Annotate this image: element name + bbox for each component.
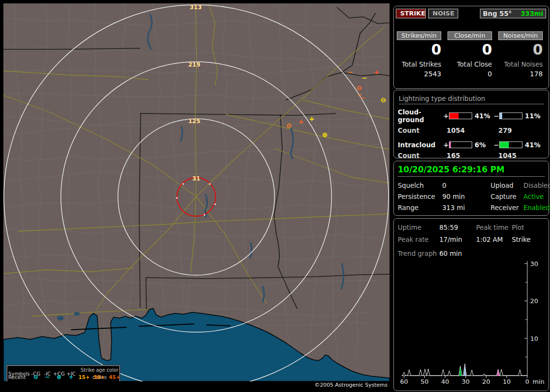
strike-trend-chart: 1020306050403020100min [394, 257, 549, 389]
bearing-display: Bng 55° 333mi [480, 9, 546, 18]
svg-text:31: 31 [192, 175, 201, 182]
cg-count-label: Count [398, 126, 447, 134]
svg-text:⊕: ⊕ [322, 131, 328, 139]
trend-graph-label: Trend graph [398, 250, 439, 257]
noise-mode-button[interactable]: NOISE [428, 9, 458, 18]
svg-text:−: − [347, 68, 353, 76]
lightning-map[interactable]: 31321912531 −+−⊖−−⊖++⊖⊕ Symbols -CG -IC … [3, 3, 390, 381]
svg-text:219: 219 [188, 61, 200, 68]
peak-time-value: 1:02 AM [476, 236, 512, 243]
uptime-value: 85:59 [439, 224, 476, 231]
legend-recent-label: Recent [8, 374, 29, 381]
total-noises-value: 178 [498, 70, 543, 78]
minus-sign: − [493, 141, 499, 149]
svg-text:min: min [533, 378, 545, 385]
total-noises-label: Total Noises [498, 60, 543, 68]
svg-text:+: + [298, 118, 304, 126]
svg-text:60: 60 [400, 378, 408, 385]
plus-sign: + [443, 112, 449, 120]
range-label: Range [398, 204, 442, 211]
total-close-label: Total Close [448, 60, 492, 68]
svg-text:0: 0 [525, 378, 529, 385]
upload-status: Disabled [523, 182, 550, 189]
map-canvas[interactable]: 31321912531 −+−⊖−−⊖++⊖⊕ [3, 3, 390, 381]
svg-text:+: + [309, 115, 315, 123]
peak-rate-value: 17/min [439, 236, 476, 243]
svg-text:10: 10 [530, 335, 538, 342]
age-45: 45+ [107, 374, 122, 381]
svg-text:40: 40 [441, 378, 449, 385]
ic-pos-count: 165 [447, 152, 498, 159]
svg-text:313: 313 [189, 4, 202, 11]
distribution-title: Lightning type distribution [399, 95, 544, 104]
range-value: 313 mi [442, 204, 491, 211]
recent-cg-pos-icon: ⊕ [53, 374, 65, 381]
svg-text:−: − [362, 74, 367, 82]
distance-value: 333mi [521, 10, 543, 17]
peak-rate-label: Peak rate [398, 236, 439, 243]
svg-text:30: 30 [530, 260, 538, 267]
svg-text:30: 30 [462, 378, 470, 385]
plot-value: Strike [512, 236, 549, 243]
cg-neg-bar [499, 112, 522, 119]
squelch-value: 0 [442, 182, 491, 189]
uptime-label: Uptime [398, 224, 439, 231]
cg-neg-count: 279 [498, 126, 549, 134]
close-per-min-button[interactable]: Close/min [448, 31, 492, 40]
svg-text:10: 10 [503, 378, 511, 385]
svg-text:50: 50 [420, 378, 429, 385]
trend-panel: Uptime 85:59 Peak time Plot Peak rate 17… [393, 218, 549, 391]
ic-pos-bar [449, 141, 472, 148]
svg-text:20: 20 [482, 378, 491, 385]
total-strikes-value: 2543 [397, 70, 441, 78]
upload-label: Upload [491, 182, 523, 189]
recent-ic-pos-icon: + [65, 374, 77, 381]
noises-per-min-button[interactable]: Noises/min [498, 31, 543, 40]
counter-panel: STRIKE NOISE Bng 55° 333mi Strikes/min 0… [393, 6, 549, 89]
squelch-label: Squelch [398, 182, 442, 189]
trend-graph-value: 60 min [439, 250, 476, 257]
intracloud-label: Intracloud [398, 141, 443, 149]
total-close-value: 0 [448, 70, 492, 78]
minus-sign: − [493, 112, 499, 120]
noises-per-min-value: 0 [498, 41, 543, 59]
peak-time-label: Peak time [476, 224, 512, 231]
ic-neg-bar [499, 141, 522, 148]
ic-count-label: Count [398, 152, 447, 159]
strike-mode-button[interactable]: STRIKE [396, 9, 426, 18]
stormvue-window: { "window": { "copyright": "©2005 Astrog… [0, 0, 550, 392]
age-30: 30+ [91, 374, 107, 381]
total-strikes-label: Total Strikes [397, 60, 441, 68]
svg-text:⊖: ⊖ [286, 122, 292, 129]
recent-cg-neg-icon: ⊖ [29, 374, 42, 381]
cg-neg-percent: 11% [522, 112, 544, 120]
ic-pos-percent: 6% [472, 141, 493, 149]
lightning-distribution-panel: Lightning type distribution Cloud-ground… [393, 90, 549, 158]
plot-label: Plot [512, 224, 549, 231]
cg-pos-count: 1054 [447, 126, 498, 134]
ic-neg-percent: 41% [522, 141, 544, 149]
svg-text:+: + [374, 68, 379, 76]
capture-status: Active [523, 193, 550, 200]
age-15: 15+ [77, 374, 91, 381]
strikes-per-min-button[interactable]: Strikes/min [397, 31, 441, 40]
svg-text:−: − [360, 94, 365, 101]
cg-pos-percent: 41% [472, 112, 493, 120]
svg-text:125: 125 [188, 118, 200, 125]
bearing-value: Bng 55° [483, 10, 512, 17]
close-per-min-value: 0 [448, 41, 492, 59]
receiver-label: Receiver [491, 204, 523, 211]
svg-text:⊖: ⊖ [380, 96, 386, 104]
plus-sign: + [443, 141, 449, 149]
cloud-ground-label: Cloud-ground [398, 108, 443, 124]
cg-pos-bar [449, 112, 472, 119]
datetime-display: 10/20/2025 6:29:16 PM [398, 165, 545, 177]
svg-text:20: 20 [530, 297, 538, 305]
status-panel: 10/20/2025 6:29:16 PM Squelch 0 Upload D… [393, 161, 549, 216]
capture-label: Capture [491, 193, 523, 200]
persistence-value: 90 min [442, 193, 491, 200]
copyright-text: ©2005 Astrogenic Systems [3, 381, 390, 391]
recent-ic-neg-icon: − [42, 374, 53, 381]
ic-neg-count: 1045 [498, 152, 549, 159]
persistence-label: Persistence [398, 193, 442, 200]
